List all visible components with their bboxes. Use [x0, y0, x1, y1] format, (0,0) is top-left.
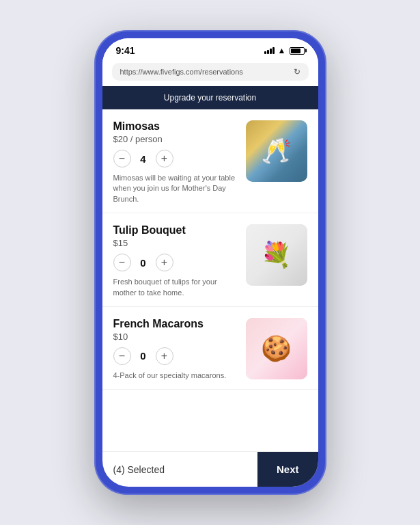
- item-card-mimosas: Mimosas $20 / person − 4 + Mimosas will …: [102, 109, 318, 213]
- upgrade-banner-text: Upgrade your reservation: [164, 93, 256, 103]
- battery-icon: [290, 47, 305, 55]
- status-bar: 9:41 ▲: [102, 38, 318, 60]
- bottom-bar: (4) Selected Next: [102, 451, 318, 487]
- increment-button-tulip-bouquet[interactable]: +: [156, 254, 173, 271]
- decrement-button-french-macarons[interactable]: −: [113, 347, 131, 365]
- item-price-mimosas: $20 / person: [113, 134, 238, 144]
- quantity-control-tulip-bouquet: − 0 +: [113, 254, 238, 271]
- macarons-image-visual: [246, 318, 307, 379]
- selected-count-text: (4) Selected: [113, 464, 165, 475]
- phone-screen: 9:41 ▲ https://www.fivefigs.com/reservat…: [102, 38, 318, 487]
- wifi-icon: ▲: [278, 46, 286, 55]
- item-name-mimosas: Mimosas: [113, 120, 238, 133]
- item-description-mimosas: Mimosas will be waiting at your table wh…: [113, 173, 238, 204]
- item-info-tulip-bouquet: Tulip Bouquet $15 − 0 + Fresh bouquet of…: [113, 224, 238, 298]
- decrement-button-tulip-bouquet[interactable]: −: [113, 254, 131, 271]
- item-image-french-macarons: [246, 318, 307, 379]
- quantity-control-mimosas: − 4 +: [113, 150, 238, 167]
- mimosas-image-visual: [246, 120, 307, 182]
- phone-frame: 9:41 ▲ https://www.fivefigs.com/reservat…: [94, 30, 326, 495]
- item-description-tulip-bouquet: Fresh bouquet of tulips for your mother …: [113, 277, 238, 298]
- reload-icon[interactable]: ↻: [294, 67, 300, 77]
- next-button[interactable]: Next: [257, 452, 318, 487]
- increment-button-mimosas[interactable]: +: [156, 150, 173, 167]
- items-list: Mimosas $20 / person − 4 + Mimosas will …: [102, 109, 318, 451]
- item-info-french-macarons: French Macarons $10 − 0 + 4-Pack of our …: [113, 318, 238, 381]
- url-input[interactable]: https://www.fivefigs.com/reservations ↻: [112, 63, 309, 81]
- item-card-french-macarons: French Macarons $10 − 0 + 4-Pack of our …: [102, 307, 318, 390]
- signal-icon: [264, 47, 275, 54]
- upgrade-banner: Upgrade your reservation: [102, 86, 318, 109]
- item-name-french-macarons: French Macarons: [113, 318, 238, 330]
- status-time: 9:41: [116, 45, 135, 56]
- item-image-mimosas: [246, 120, 307, 182]
- quantity-value-mimosas: 4: [138, 153, 149, 165]
- tulips-image-visual: [246, 224, 307, 286]
- increment-button-french-macarons[interactable]: +: [156, 347, 173, 365]
- status-icons: ▲: [264, 46, 305, 55]
- quantity-value-french-macarons: 0: [138, 350, 149, 362]
- selected-label: (4) Selected: [102, 452, 257, 487]
- item-price-french-macarons: $10: [113, 332, 238, 342]
- decrement-button-mimosas[interactable]: −: [113, 150, 131, 167]
- quantity-control-french-macarons: − 0 +: [113, 347, 238, 365]
- item-description-french-macarons: 4-Pack of our specialty macarons.: [113, 371, 238, 381]
- item-image-tulip-bouquet: [246, 224, 307, 286]
- url-text: https://www.fivefigs.com/reservations: [120, 68, 243, 76]
- item-name-tulip-bouquet: Tulip Bouquet: [113, 224, 238, 237]
- url-bar: https://www.fivefigs.com/reservations ↻: [102, 60, 318, 86]
- quantity-value-tulip-bouquet: 0: [138, 257, 149, 269]
- item-price-tulip-bouquet: $15: [113, 238, 238, 248]
- item-info-mimosas: Mimosas $20 / person − 4 + Mimosas will …: [113, 120, 238, 204]
- item-card-tulip-bouquet: Tulip Bouquet $15 − 0 + Fresh bouquet of…: [102, 213, 318, 307]
